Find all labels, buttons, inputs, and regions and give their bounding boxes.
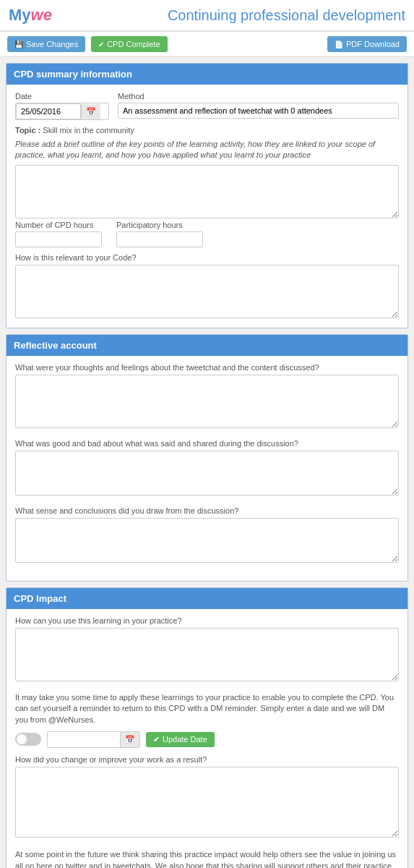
instruction-text: Please add a brief outline of the key po… [15, 139, 399, 161]
save-icon: 💾 [14, 41, 23, 48]
cpd-summary-section: CPD summary information Date 📅 Method To… [6, 63, 408, 328]
toolbar: 💾 Save Changes ✔ CPD Complete 📄 PDF Down… [0, 32, 414, 57]
reflective-q2-label: What was good and bad about what was sai… [15, 439, 399, 448]
reminder-toggle[interactable] [15, 733, 41, 746]
cpd-hours-group: Number of CPD hours [15, 221, 102, 247]
reflective-q2-block: What was good and bad about what was sai… [15, 439, 399, 498]
impact-q1-block: How can you use this learning in your pr… [15, 616, 399, 684]
pdf-icon: 📄 [335, 41, 343, 48]
code-label: How is this relevant to your Code? [15, 253, 399, 262]
topic-value: Skill mix in the community [43, 126, 134, 135]
impact-q1-textarea[interactable] [15, 628, 399, 681]
reflective-q3-textarea[interactable] [15, 518, 399, 563]
cpd-hours-input[interactable] [15, 231, 102, 247]
impact-q1-label: How can you use this learning in your pr… [15, 616, 399, 625]
cpd-impact-header: CPD Impact [7, 588, 407, 609]
update-check-icon: ✔ [153, 735, 160, 744]
pdf-download-button[interactable]: 📄 PDF Download [327, 36, 407, 52]
reminder-text: It may take you some time to apply these… [15, 692, 399, 726]
method-input[interactable] [118, 103, 399, 119]
participatory-hours-input[interactable] [116, 231, 203, 247]
method-group: Method [118, 92, 399, 119]
impact-q2-label: How did you change or improve your work … [15, 755, 399, 764]
reminder-toggle-slider [15, 733, 41, 746]
logo-we: we [31, 6, 52, 24]
learning-textarea[interactable] [15, 165, 399, 218]
topic-label: Topic : [15, 126, 40, 135]
cpd-summary-header: CPD summary information [7, 64, 407, 85]
cpd-impact-section: CPD Impact How can you use this learning… [6, 587, 408, 868]
reflective-q3-block: What sense and conclusions did you draw … [15, 506, 399, 565]
date-group: Date 📅 [15, 92, 109, 120]
update-date-label: Update Date [163, 735, 207, 744]
cpd-label: CPD Complete [107, 40, 160, 48]
logo-my: My [9, 6, 31, 24]
impact-q2-textarea[interactable] [15, 767, 399, 838]
cpd-hours-label: Number of CPD hours [15, 221, 102, 229]
save-label: Save Changes [26, 40, 78, 48]
reflective-header: Reflective account [7, 335, 407, 356]
cpd-complete-button[interactable]: ✔ CPD Complete [91, 36, 167, 52]
date-method-row: Date 📅 Method [15, 92, 399, 120]
reflective-q2-textarea[interactable] [15, 451, 399, 495]
cpd-impact-body: How can you use this learning in your pr… [7, 609, 407, 868]
method-label: Method [118, 92, 399, 101]
reflective-body: What were your thoughts and feelings abo… [7, 356, 407, 581]
reminder-row: 📅 ✔ Update Date [15, 731, 399, 748]
app-logo: Mywe [9, 6, 52, 25]
date-input-wrap: 📅 [15, 103, 109, 120]
code-textarea[interactable] [15, 265, 399, 318]
reminder-date-input[interactable] [48, 732, 120, 746]
reflective-q3-label: What sense and conclusions did you draw … [15, 506, 399, 515]
participatory-hours-group: Participatory hours [116, 221, 203, 247]
footer-text: At some point in the future we think sha… [15, 848, 399, 868]
reflective-q1-block: What were your thoughts and feelings abo… [15, 363, 399, 430]
app-header: Mywe Continuing professional development [0, 0, 414, 32]
date-input[interactable] [16, 103, 81, 119]
pdf-label: PDF Download [346, 40, 400, 48]
participatory-hours-label: Participatory hours [116, 221, 203, 229]
reflective-q1-textarea[interactable] [15, 375, 399, 428]
date-label: Date [15, 92, 109, 101]
reminder-date-wrap: 📅 [47, 731, 140, 748]
hours-row: Number of CPD hours Participatory hours [15, 221, 399, 247]
impact-q2-block: How did you change or improve your work … [15, 755, 399, 840]
reflective-q1-label: What were your thoughts and feelings abo… [15, 363, 399, 372]
update-date-button[interactable]: ✔ Update Date [146, 732, 215, 747]
cpd-summary-body: Date 📅 Method Topic : Skill mix in the c… [7, 85, 407, 328]
date-calendar-button[interactable]: 📅 [81, 104, 100, 119]
reminder-calendar-button[interactable]: 📅 [120, 732, 139, 747]
page-title: Continuing professional development [66, 7, 405, 24]
save-button[interactable]: 💾 Save Changes [7, 36, 85, 52]
check-icon: ✔ [98, 41, 104, 48]
topic-line: Topic : Skill mix in the community [15, 126, 399, 135]
reflective-section: Reflective account What were your though… [6, 334, 408, 582]
